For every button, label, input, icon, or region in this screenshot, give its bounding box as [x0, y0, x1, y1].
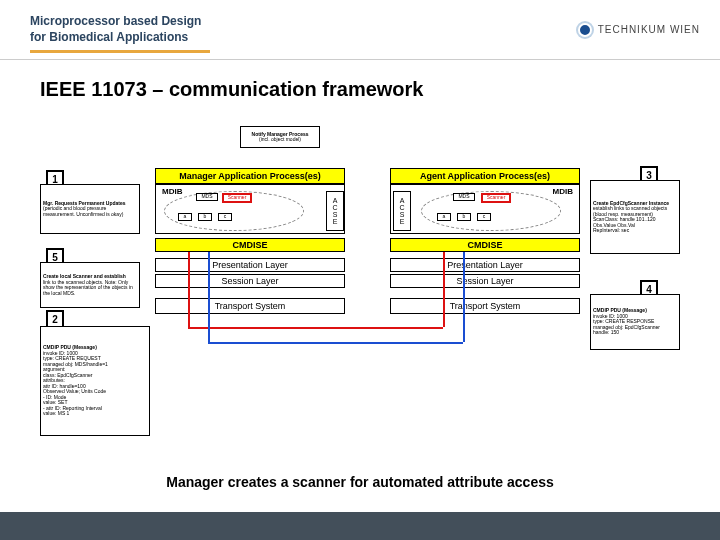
callout2-body: invoke ID: 1000 type: CREATE REQUEST man…	[43, 351, 108, 417]
blue-arrow-right-up	[463, 252, 465, 342]
course-title: Microprocessor based Design for Biomedic…	[30, 14, 201, 45]
red-arrow-bottom	[188, 327, 443, 329]
course-title-line1: Microprocessor based Design	[30, 14, 201, 30]
manager-mdib-area: MDIB MDS Scanner a b c A C S E	[155, 184, 345, 234]
mdib-label-left: MDIB	[162, 187, 182, 196]
acse-left: A C S E	[326, 191, 344, 231]
session-layer-left: Session Layer	[155, 274, 345, 288]
notify-manager-box: Notify Manager Process (incl. object mod…	[240, 126, 320, 148]
slide-title: IEEE 11073 – communication framework	[0, 60, 720, 111]
attr-a-right: a	[437, 213, 451, 221]
callout-step2-pdu: CMDIP PDU (Message) invoke ID: 1000 type…	[40, 326, 150, 436]
notify-sub: (incl. object model)	[259, 137, 301, 143]
slide-footer-bar	[0, 512, 720, 540]
institution-logo: TECHNIKUM WIEN	[578, 23, 700, 37]
blue-arrow-bottom	[208, 342, 463, 344]
logo-text: TECHNIKUM WIEN	[598, 24, 700, 35]
course-title-line2: for Biomedical Applications	[30, 30, 201, 46]
transport-system-left: Transport System	[155, 298, 345, 314]
manager-app-process: Manager Application Process(es)	[155, 168, 345, 184]
attr-a-left: a	[178, 213, 192, 221]
logo-mark-icon	[578, 23, 592, 37]
session-layer-right: Session Layer	[390, 274, 580, 288]
red-arrow-left-down	[188, 252, 190, 327]
callout3-body: establish links to scanned objects (bloo…	[593, 206, 677, 234]
callout4-body: invoke ID: 1000 type: CREATE RESPONSE ma…	[593, 314, 660, 336]
presentation-layer-right: Presentation Layer	[390, 258, 580, 272]
attr-c-right: c	[477, 213, 491, 221]
slide-caption: Manager creates a scanner for automated …	[0, 474, 720, 490]
cmdise-left: CMDISE	[155, 238, 345, 252]
mds-node-left: MDS	[196, 193, 218, 201]
transport-system-right: Transport System	[390, 298, 580, 314]
attr-c-left: c	[218, 213, 232, 221]
slide-header: Microprocessor based Design for Biomedic…	[0, 0, 720, 60]
red-arrow-right-up	[443, 252, 445, 327]
agent-mdib-area: MDIB A C S E MDS Scanner a b c	[390, 184, 580, 234]
attr-b-left: b	[198, 213, 212, 221]
callout5-body: link to the scanned objects. Note: Only …	[43, 280, 137, 297]
mds-node-right: MDS	[453, 193, 475, 201]
framework-diagram: 1 2 3 4 5 6 Notify Manager Process (incl…	[40, 140, 680, 450]
callout-step1: Mgr. Requests Permanent Updates (periodi…	[40, 184, 140, 234]
scanner-node-right: Scanner	[481, 193, 511, 203]
mdib-label-right: MDIB	[553, 187, 573, 196]
acse-right: A C S E	[393, 191, 411, 231]
callout1-body: (periodic and blood pressure measurement…	[43, 206, 137, 217]
callout-step4-pdu: CMDIP PDU (Message) invoke ID: 1000 type…	[590, 294, 680, 350]
scanner-node-left: Scanner	[222, 193, 252, 203]
blue-arrow-left-down	[208, 252, 210, 342]
callout-step3: Create EpdCfgScanner Instance establish …	[590, 180, 680, 254]
agent-app-process: Agent Application Process(es)	[390, 168, 580, 184]
cmdise-right: CMDISE	[390, 238, 580, 252]
presentation-layer-left: Presentation Layer	[155, 258, 345, 272]
callout-step5: Create local Scanner and establish link …	[40, 262, 140, 308]
attr-b-right: b	[457, 213, 471, 221]
